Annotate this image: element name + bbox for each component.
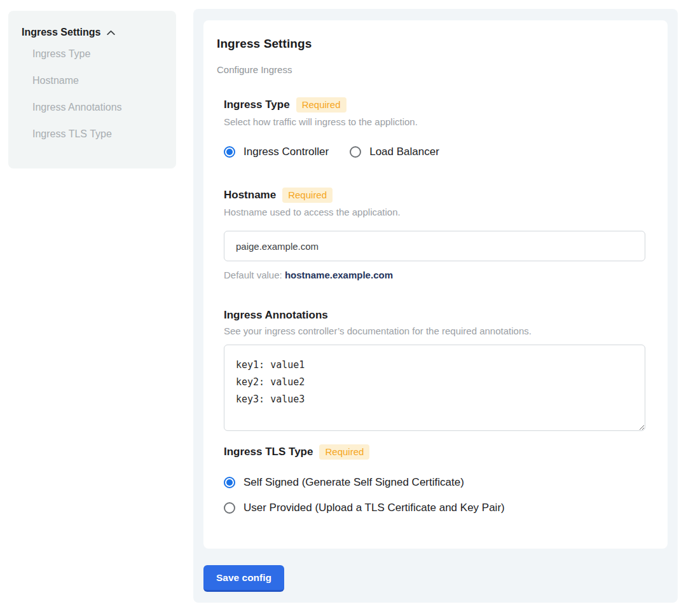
sidebar-item-ingress-tls-type[interactable]: Ingress TLS Type xyxy=(21,121,163,147)
save-config-button[interactable]: Save config xyxy=(203,565,284,592)
required-badge: Required xyxy=(282,188,333,203)
ingress-type-label: Ingress Type xyxy=(224,99,290,111)
annotations-label: Ingress Annotations xyxy=(224,309,328,322)
annotations-textarea[interactable]: key1: value1 key2: value2 key3: value3 xyxy=(224,345,645,431)
section-ingress-annotations: Ingress Annotations See your ingress con… xyxy=(224,309,647,431)
tls-type-label: Ingress TLS Type xyxy=(224,446,313,458)
sidebar-item-ingress-type[interactable]: Ingress Type xyxy=(21,41,163,67)
hostname-default-value: Default value: hostname.example.com xyxy=(224,270,647,280)
settings-sidebar: Ingress Settings Ingress Type Hostname I… xyxy=(8,11,176,168)
section-ingress-type: Ingress Type Required Select how traffic… xyxy=(224,97,647,158)
sidebar-item-ingress-annotations[interactable]: Ingress Annotations xyxy=(21,94,163,121)
annotations-help: See your ingress controller’s documentat… xyxy=(224,325,647,336)
radio-selected-icon xyxy=(224,477,235,488)
radio-load-balancer[interactable]: Load Balancer xyxy=(350,146,439,158)
sidebar-nav: Ingress Type Hostname Ingress Annotation… xyxy=(21,41,163,147)
radio-label: Load Balancer xyxy=(369,146,439,158)
radio-unselected-icon xyxy=(350,146,361,158)
tls-type-radio-group: Self Signed (Generate Self Signed Certif… xyxy=(224,476,647,514)
sidebar-group-ingress-settings[interactable]: Ingress Settings xyxy=(21,26,163,38)
hostname-label: Hostname xyxy=(224,189,276,202)
sidebar-item-hostname[interactable]: Hostname xyxy=(21,67,163,94)
ingress-settings-card: Ingress Settings Configure Ingress Ingre… xyxy=(203,20,668,549)
required-badge: Required xyxy=(296,97,346,113)
default-value-text: hostname.example.com xyxy=(285,270,393,280)
default-value-prefix: Default value: xyxy=(224,270,282,280)
radio-label: Self Signed (Generate Self Signed Certif… xyxy=(244,476,464,489)
radio-unselected-icon xyxy=(224,502,235,514)
ingress-type-help: Select how traffic will ingress to the a… xyxy=(224,116,647,127)
hostname-help: Hostname used to access the application. xyxy=(224,207,647,217)
radio-selected-icon xyxy=(224,146,235,158)
ingress-form: Ingress Type Required Select how traffic… xyxy=(224,97,647,514)
radio-label: User Provided (Upload a TLS Certificate … xyxy=(244,502,505,514)
radio-self-signed[interactable]: Self Signed (Generate Self Signed Certif… xyxy=(224,476,464,489)
required-badge: Required xyxy=(319,444,369,460)
ingress-type-radio-group: Ingress Controller Load Balancer xyxy=(224,146,647,158)
sidebar-group-label: Ingress Settings xyxy=(22,27,100,38)
radio-user-provided[interactable]: User Provided (Upload a TLS Certificate … xyxy=(224,502,505,514)
radio-ingress-controller[interactable]: Ingress Controller xyxy=(224,146,329,158)
page-title: Ingress Settings xyxy=(217,37,647,51)
section-ingress-tls-type: Ingress TLS Type Required Self Signed (G… xyxy=(224,444,647,514)
page-subtitle: Configure Ingress xyxy=(217,64,647,75)
chevron-up-icon xyxy=(106,27,116,38)
section-hostname: Hostname Required Hostname used to acces… xyxy=(224,188,647,280)
hostname-input[interactable] xyxy=(224,231,645,261)
radio-label: Ingress Controller xyxy=(244,146,329,158)
settings-panel: Ingress Settings Configure Ingress Ingre… xyxy=(193,9,678,603)
